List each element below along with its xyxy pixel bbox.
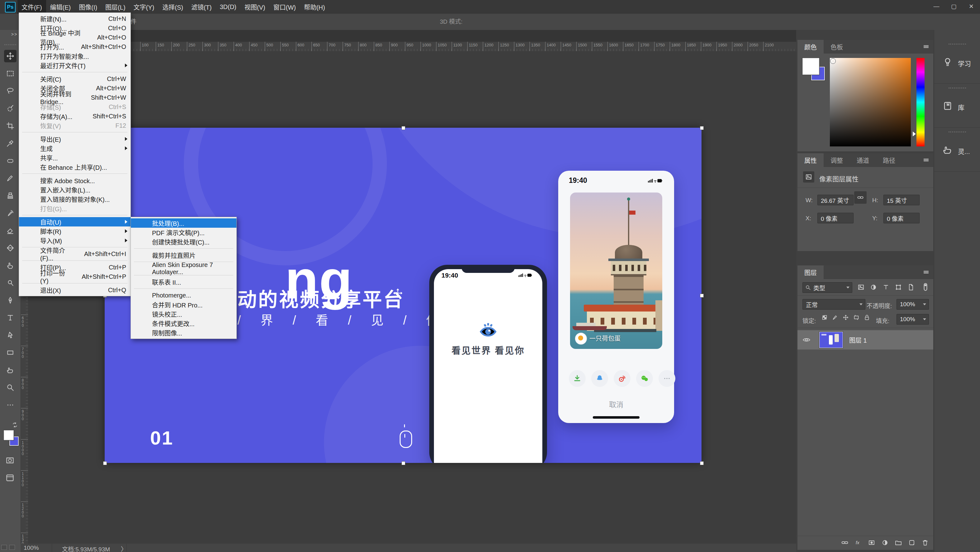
lock-checker-button[interactable]	[821, 314, 828, 321]
automate-item-联系表 II...[interactable]: 联系表 II...	[131, 277, 236, 286]
selection-handle[interactable]	[700, 126, 704, 130]
field-input-width[interactable]: 26.67 英寸	[818, 195, 854, 205]
panel-menu-icon[interactable]	[923, 269, 929, 276]
share-download-button[interactable]	[569, 370, 585, 387]
menubar-item-滤镜(T)[interactable]: 滤镜(T)	[187, 0, 216, 14]
menubar-item-视图(V)[interactable]: 视图(V)	[240, 0, 269, 14]
hue-slider-thumb[interactable]	[913, 132, 916, 137]
automate-item-条件模式更改...[interactable]: 条件模式更改...	[131, 319, 236, 328]
rail-item-灵...[interactable]: 灵...	[934, 128, 980, 172]
menubar-item-3D(D)[interactable]: 3D(D)	[216, 0, 240, 14]
file-menu-item-最近打开文件(T)[interactable]: 最近打开文件(T)	[19, 61, 130, 70]
file-menu-item-关闭并转到 Bridge...[interactable]: 关闭并转到 Bridge...Shift+Ctrl+W	[19, 93, 130, 102]
file-menu-item-搜索 Adobe Stock...[interactable]: 搜索 Adobe Stock...	[19, 176, 130, 185]
selection-handle[interactable]	[401, 126, 405, 130]
field-input-height[interactable]: 15 英寸	[883, 195, 920, 205]
blend-mode-select[interactable]: 正常	[802, 299, 865, 310]
link-dimensions-button[interactable]	[854, 191, 867, 204]
lock-brush-small-button[interactable]	[832, 314, 838, 321]
adjustment-layer-button[interactable]	[881, 539, 889, 546]
zoom-tool[interactable]	[4, 381, 16, 394]
minimize-button[interactable]: —	[928, 0, 945, 13]
rail-item-库[interactable]: 库	[934, 84, 980, 128]
opacity-select[interactable]: 100%	[897, 299, 929, 310]
file-menu-item-打开为...[interactable]: 打开为...Alt+Shift+Ctrl+O	[19, 42, 130, 51]
move-tool[interactable]	[4, 50, 16, 62]
menubar-item-图层(L)[interactable]: 图层(L)	[101, 0, 129, 14]
filter-adjustment-button[interactable]	[870, 283, 877, 291]
selection-handle[interactable]	[401, 461, 405, 465]
file-menu-item-打印(P)...[interactable]: 打印(P)...Ctrl+P	[19, 262, 130, 272]
toolbar-expand-button[interactable]: >>	[11, 32, 18, 37]
maximize-button[interactable]: ▢	[945, 0, 963, 13]
panel-menu-icon[interactable]	[923, 44, 929, 51]
file-menu-item-自动(U)[interactable]: 自动(U)	[19, 217, 130, 226]
color-field[interactable]	[830, 58, 911, 146]
menubar-item-窗口(W)[interactable]: 窗口(W)	[269, 0, 300, 14]
lock-artboard-lock-button[interactable]	[853, 314, 860, 321]
filter-frame-button[interactable]	[895, 283, 902, 291]
pen-tool[interactable]	[4, 294, 16, 307]
quick-selection-tool[interactable]	[4, 102, 16, 115]
more-tools[interactable]	[4, 399, 16, 411]
layer-row[interactable]: 图层 1	[797, 330, 933, 350]
file-menu-item-打印一份(Y)[interactable]: 打印一份(Y)Alt+Shift+Ctrl+P	[19, 272, 130, 281]
menubar-item-文字(Y)[interactable]: 文字(Y)	[130, 0, 159, 14]
hue-slider[interactable]	[916, 58, 924, 146]
marquee-tool[interactable]	[4, 67, 16, 80]
color-field-marker[interactable]	[830, 59, 835, 64]
eyedropper-tool[interactable]	[4, 137, 16, 150]
automate-item-Alien Skin Exposure 7 Autolayer...[interactable]: Alien Skin Exposure 7 Autolayer...	[131, 264, 236, 273]
file-menu-item-恢复(V)[interactable]: 恢复(V)F12	[19, 121, 130, 130]
automate-item-创建快捷批处理(C)...[interactable]: 创建快捷批处理(C)...	[131, 237, 236, 247]
tab-路径[interactable]: 路径	[876, 153, 902, 167]
new-layer-layer-button[interactable]	[908, 539, 916, 546]
panel-menu-icon[interactable]	[923, 157, 929, 164]
lock-lock-button[interactable]	[864, 314, 870, 321]
file-menu-item-生成[interactable]: 生成	[19, 143, 130, 153]
file-menu-item-打开为智能对象...[interactable]: 打开为智能对象...	[19, 51, 130, 61]
zoom-level[interactable]: 100%	[24, 544, 39, 551]
share-weibo-button[interactable]	[614, 370, 630, 387]
selection-handle[interactable]	[700, 461, 704, 465]
file-menu-item-导出(E)[interactable]: 导出(E)	[19, 134, 130, 143]
cancel-button[interactable]: 取消	[558, 399, 674, 409]
history-brush-tool[interactable]	[4, 207, 16, 219]
file-menu-item-退出(X)[interactable]: 退出(X)Ctrl+Q	[19, 285, 130, 295]
layer-thumbnail[interactable]	[819, 332, 843, 348]
field-input-x[interactable]: 0 像素	[818, 213, 854, 223]
link-layer-button[interactable]	[841, 539, 848, 546]
tab-色板[interactable]: 色板	[824, 40, 850, 54]
menubar-item-编辑(E)[interactable]: 编辑(E)	[46, 0, 75, 14]
tab-属性[interactable]: 属性	[797, 153, 824, 167]
smudge-tool[interactable]	[4, 259, 16, 272]
file-menu-item-存储(S)[interactable]: 存储(S)Ctrl+S	[19, 102, 130, 111]
field-input-y[interactable]: 0 像素	[883, 213, 920, 223]
rail-item-学习[interactable]: 学习	[934, 40, 980, 84]
status-chevron-icon[interactable]: 〉	[121, 544, 127, 552]
brush-tool[interactable]	[4, 172, 16, 185]
layer-visibility-icon[interactable]	[802, 336, 811, 344]
selection-handle[interactable]	[700, 294, 704, 297]
file-menu-item-导入(M)[interactable]: 导入(M)	[19, 236, 130, 245]
tab-通道[interactable]: 通道	[850, 153, 876, 167]
automate-item-批处理(B)...[interactable]: 批处理(B)...	[131, 218, 236, 228]
menubar-item-文件(F)[interactable]: 文件(F)	[18, 0, 46, 14]
filter-type-filter-button[interactable]	[882, 283, 890, 291]
filter-image-button[interactable]	[857, 283, 865, 291]
fill-select[interactable]: 100%	[897, 314, 929, 325]
automate-item-合并到 HDR Pro...[interactable]: 合并到 HDR Pro...	[131, 300, 236, 309]
file-menu-item-在 Behance 上共享(D)...[interactable]: 在 Behance 上共享(D)...	[19, 162, 130, 172]
path-selection-tool[interactable]	[4, 329, 16, 341]
close-button[interactable]: ✕	[963, 0, 980, 13]
gradient-tool[interactable]	[4, 242, 16, 254]
file-menu-item-置入嵌入对象(L)...[interactable]: 置入嵌入对象(L)...	[19, 185, 130, 194]
layer-name[interactable]: 图层 1	[849, 336, 867, 345]
automate-item-限制图像...[interactable]: 限制图像...	[131, 328, 236, 337]
quick-mask-button[interactable]	[6, 456, 14, 465]
eraser-tool[interactable]	[4, 224, 16, 237]
horizontal-ruler[interactable]: 5010015020025030035040045050055060065070…	[28, 42, 796, 51]
crop-tool[interactable]	[4, 119, 16, 132]
hand-tool[interactable]	[4, 364, 16, 376]
automate-item-镜头校正...[interactable]: 镜头校正...	[131, 309, 236, 319]
